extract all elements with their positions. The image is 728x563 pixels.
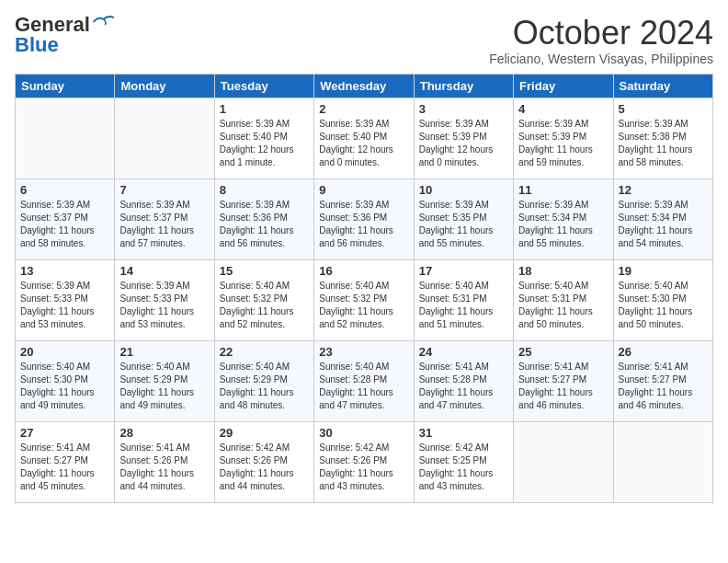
day-info: Sunrise: 5:40 AM Sunset: 5:32 PM Dayligh… (220, 280, 309, 331)
calendar-day-cell (613, 421, 712, 502)
weekday-header-cell: Tuesday (214, 74, 313, 98)
calendar-day-cell: 11Sunrise: 5:39 AM Sunset: 5:34 PM Dayli… (514, 178, 613, 259)
calendar-day-cell: 26Sunrise: 5:41 AM Sunset: 5:27 PM Dayli… (613, 340, 712, 421)
calendar-day-cell (514, 421, 613, 502)
day-number: 14 (119, 264, 209, 278)
day-number: 31 (419, 426, 508, 440)
day-info: Sunrise: 5:42 AM Sunset: 5:26 PM Dayligh… (319, 442, 408, 493)
calendar-day-cell: 15Sunrise: 5:40 AM Sunset: 5:32 PM Dayli… (214, 259, 313, 340)
day-info: Sunrise: 5:39 AM Sunset: 5:37 PM Dayligh… (119, 199, 209, 250)
calendar-day-cell: 13Sunrise: 5:39 AM Sunset: 5:33 PM Dayli… (16, 259, 115, 340)
day-number: 17 (419, 264, 508, 278)
day-number: 10 (419, 183, 508, 197)
day-number: 25 (518, 345, 608, 359)
day-number: 21 (119, 345, 209, 359)
calendar-day-cell: 29Sunrise: 5:42 AM Sunset: 5:26 PM Dayli… (214, 421, 313, 502)
weekday-header-cell: Saturday (613, 74, 712, 98)
day-info: Sunrise: 5:39 AM Sunset: 5:36 PM Dayligh… (220, 199, 309, 250)
page-header: GeneralBlue October 2024 Feliciano, West… (15, 15, 713, 66)
calendar-day-cell: 22Sunrise: 5:40 AM Sunset: 5:29 PM Dayli… (214, 340, 313, 421)
day-number: 30 (319, 426, 408, 440)
calendar-day-cell: 24Sunrise: 5:41 AM Sunset: 5:28 PM Dayli… (414, 340, 513, 421)
calendar-day-cell: 25Sunrise: 5:41 AM Sunset: 5:27 PM Dayli… (514, 340, 613, 421)
day-number: 8 (220, 183, 309, 197)
day-number: 27 (20, 426, 109, 440)
day-info: Sunrise: 5:39 AM Sunset: 5:36 PM Dayligh… (319, 199, 408, 250)
calendar-day-cell: 4Sunrise: 5:39 AM Sunset: 5:39 PM Daylig… (514, 98, 613, 178)
logo-bird-icon (92, 15, 114, 29)
logo: GeneralBlue (15, 15, 114, 55)
day-number: 2 (319, 102, 408, 116)
day-info: Sunrise: 5:39 AM Sunset: 5:34 PM Dayligh… (619, 199, 708, 250)
day-number: 1 (220, 102, 309, 116)
day-number: 20 (20, 345, 109, 359)
calendar-day-cell: 31Sunrise: 5:42 AM Sunset: 5:25 PM Dayli… (414, 421, 513, 502)
day-info: Sunrise: 5:39 AM Sunset: 5:40 PM Dayligh… (220, 118, 309, 169)
day-number: 7 (119, 183, 209, 197)
day-info: Sunrise: 5:41 AM Sunset: 5:26 PM Dayligh… (119, 442, 209, 493)
day-number: 29 (220, 426, 309, 440)
day-info: Sunrise: 5:41 AM Sunset: 5:27 PM Dayligh… (20, 442, 109, 493)
day-info: Sunrise: 5:42 AM Sunset: 5:25 PM Dayligh… (419, 442, 508, 493)
calendar-day-cell: 16Sunrise: 5:40 AM Sunset: 5:32 PM Dayli… (314, 259, 414, 340)
day-number: 4 (518, 102, 608, 116)
day-number: 11 (518, 183, 608, 197)
calendar-week-row: 1Sunrise: 5:39 AM Sunset: 5:40 PM Daylig… (16, 98, 713, 178)
day-info: Sunrise: 5:41 AM Sunset: 5:27 PM Dayligh… (518, 361, 608, 412)
weekday-header-cell: Friday (514, 74, 613, 98)
title-area: October 2024 Feliciano, Western Visayas,… (489, 15, 713, 66)
calendar-day-cell: 3Sunrise: 5:39 AM Sunset: 5:39 PM Daylig… (414, 98, 513, 178)
calendar-day-cell: 21Sunrise: 5:40 AM Sunset: 5:29 PM Dayli… (115, 340, 214, 421)
day-info: Sunrise: 5:40 AM Sunset: 5:29 PM Dayligh… (119, 361, 209, 412)
calendar-day-cell: 2Sunrise: 5:39 AM Sunset: 5:40 PM Daylig… (314, 98, 414, 178)
calendar-day-cell: 30Sunrise: 5:42 AM Sunset: 5:26 PM Dayli… (314, 421, 414, 502)
day-number: 3 (419, 102, 508, 116)
day-number: 5 (619, 102, 708, 116)
calendar-day-cell: 19Sunrise: 5:40 AM Sunset: 5:30 PM Dayli… (613, 259, 712, 340)
calendar-day-cell: 1Sunrise: 5:39 AM Sunset: 5:40 PM Daylig… (214, 98, 313, 178)
day-info: Sunrise: 5:39 AM Sunset: 5:37 PM Dayligh… (20, 199, 109, 250)
calendar-day-cell: 23Sunrise: 5:40 AM Sunset: 5:28 PM Dayli… (314, 340, 414, 421)
calendar-day-cell: 10Sunrise: 5:39 AM Sunset: 5:35 PM Dayli… (414, 178, 513, 259)
calendar-week-row: 27Sunrise: 5:41 AM Sunset: 5:27 PM Dayli… (16, 421, 713, 502)
day-info: Sunrise: 5:39 AM Sunset: 5:34 PM Dayligh… (518, 199, 608, 250)
calendar-day-cell (115, 98, 214, 178)
day-number: 12 (619, 183, 708, 197)
logo-text: GeneralBlue (15, 15, 90, 55)
weekday-header-cell: Monday (115, 74, 214, 98)
day-number: 22 (220, 345, 309, 359)
day-info: Sunrise: 5:39 AM Sunset: 5:33 PM Dayligh… (119, 280, 209, 331)
calendar-day-cell: 18Sunrise: 5:40 AM Sunset: 5:31 PM Dayli… (514, 259, 613, 340)
day-number: 9 (319, 183, 408, 197)
weekday-header-cell: Wednesday (314, 74, 414, 98)
day-info: Sunrise: 5:39 AM Sunset: 5:38 PM Dayligh… (619, 118, 708, 169)
day-info: Sunrise: 5:40 AM Sunset: 5:28 PM Dayligh… (319, 361, 408, 412)
calendar-day-cell (16, 98, 115, 178)
day-info: Sunrise: 5:40 AM Sunset: 5:31 PM Dayligh… (419, 280, 508, 331)
calendar-day-cell: 7Sunrise: 5:39 AM Sunset: 5:37 PM Daylig… (115, 178, 214, 259)
day-info: Sunrise: 5:39 AM Sunset: 5:40 PM Dayligh… (319, 118, 408, 169)
calendar-week-row: 20Sunrise: 5:40 AM Sunset: 5:30 PM Dayli… (16, 340, 713, 421)
calendar-day-cell: 14Sunrise: 5:39 AM Sunset: 5:33 PM Dayli… (115, 259, 214, 340)
calendar-day-cell: 20Sunrise: 5:40 AM Sunset: 5:30 PM Dayli… (16, 340, 115, 421)
day-info: Sunrise: 5:39 AM Sunset: 5:39 PM Dayligh… (419, 118, 508, 169)
calendar-day-cell: 6Sunrise: 5:39 AM Sunset: 5:37 PM Daylig… (16, 178, 115, 259)
weekday-header-cell: Thursday (414, 74, 513, 98)
day-info: Sunrise: 5:40 AM Sunset: 5:31 PM Dayligh… (518, 280, 608, 331)
day-info: Sunrise: 5:42 AM Sunset: 5:26 PM Dayligh… (220, 442, 309, 493)
day-info: Sunrise: 5:39 AM Sunset: 5:35 PM Dayligh… (419, 199, 508, 250)
day-number: 19 (619, 264, 708, 278)
day-number: 26 (619, 345, 708, 359)
calendar-table: SundayMondayTuesdayWednesdayThursdayFrid… (15, 74, 713, 503)
calendar-day-cell: 27Sunrise: 5:41 AM Sunset: 5:27 PM Dayli… (16, 421, 115, 502)
day-number: 16 (319, 264, 408, 278)
day-info: Sunrise: 5:39 AM Sunset: 5:39 PM Dayligh… (518, 118, 608, 169)
day-number: 6 (20, 183, 109, 197)
day-number: 28 (119, 426, 209, 440)
day-number: 23 (319, 345, 408, 359)
location-subtitle: Feliciano, Western Visayas, Philippines (489, 52, 713, 66)
calendar-day-cell: 28Sunrise: 5:41 AM Sunset: 5:26 PM Dayli… (115, 421, 214, 502)
calendar-day-cell: 9Sunrise: 5:39 AM Sunset: 5:36 PM Daylig… (314, 178, 414, 259)
day-number: 18 (518, 264, 608, 278)
weekday-header-cell: Sunday (16, 74, 115, 98)
